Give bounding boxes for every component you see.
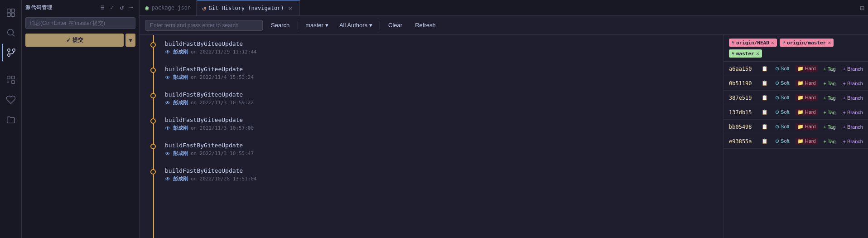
copy-hash-button[interactable]: 📋 <box>760 138 770 145</box>
commit-author: 彭成刚 <box>173 99 188 106</box>
authors-filter-button[interactable]: All Authors ▾ <box>336 20 376 30</box>
add-tag-button[interactable]: + Tag <box>822 66 838 72</box>
copy-hash-button[interactable]: 📋 <box>760 94 770 101</box>
soft-reset-button[interactable]: ⊙ Soft <box>773 94 791 101</box>
branch-tag-origin-master-close[interactable]: ✕ <box>828 39 831 46</box>
branch-filter-button[interactable]: master ▾ <box>302 20 332 30</box>
commit-item[interactable]: buildFastByGiteeUpdate 👁 彭成刚 on 2022/11/… <box>140 113 723 138</box>
commit-author: 彭成刚 <box>173 74 188 81</box>
commit-dot <box>150 93 156 98</box>
commit-message-input[interactable] <box>25 17 135 29</box>
commit-dropdown-button[interactable]: ▾ <box>125 34 135 47</box>
add-branch-button[interactable]: + Branch <box>841 138 865 145</box>
commit-info: buildFastByGiteeUpdate 👁 彭成刚 on 2022/11/… <box>161 66 718 81</box>
eye-icon: 👁 <box>165 176 170 182</box>
commit-hash: e93855a <box>729 138 756 145</box>
commit-input-area <box>22 15 139 32</box>
commit-item[interactable]: buildFastByGiteeUpdate 👁 彭成刚 on 2022/11/… <box>140 87 723 113</box>
sidebar: 源代码管理 ≡ ✓ ↺ ⋯ ✓ 提交 ▾ <box>22 0 140 238</box>
add-branch-button[interactable]: + Branch <box>841 66 865 72</box>
commit-button[interactable]: ✓ 提交 <box>25 34 124 47</box>
soft-reset-button[interactable]: ⊙ Soft <box>773 123 791 130</box>
sidebar-refresh-icon[interactable]: ↺ <box>118 3 125 12</box>
add-tag-button[interactable]: + Tag <box>822 124 838 130</box>
commit-action-row: e93855a 📋 ⊙ Soft 📁 Hard + Tag + Branch ⋯… <box>723 134 868 149</box>
commit-item[interactable]: buildFastByGiteeUpdate 👁 彭成刚 on 2022/11/… <box>140 138 723 164</box>
svg-rect-10 <box>7 76 10 79</box>
sidebar-check-icon[interactable]: ✓ <box>108 3 116 12</box>
commit-dot <box>150 68 156 73</box>
commit-title: buildFastByGiteeUpdate <box>165 91 718 98</box>
add-tag-button[interactable]: + Tag <box>822 80 838 87</box>
commit-info: buildFastByGiteeUpdate 👁 彭成刚 on 2022/10/… <box>161 167 718 182</box>
commit-button-row: ✓ 提交 ▾ <box>22 32 139 50</box>
soft-reset-button[interactable]: ⊙ Soft <box>773 80 791 87</box>
hard-reset-button[interactable]: 📁 Hard <box>795 109 818 116</box>
tab-close-icon[interactable]: ✕ <box>287 5 294 12</box>
branch-filter-label: master <box>305 22 323 29</box>
tab-package-json[interactable]: ◉ package.json <box>140 0 197 15</box>
sidebar-more-icon[interactable]: ⋯ <box>128 3 135 12</box>
svg-line-5 <box>13 34 14 36</box>
add-tag-button[interactable]: + Tag <box>822 95 838 101</box>
hard-reset-button[interactable]: 📁 Hard <box>795 65 818 72</box>
commit-author: 彭成刚 <box>173 125 188 131</box>
sidebar-menu-icon[interactable]: ≡ <box>99 3 106 12</box>
clear-button[interactable]: Clear <box>384 20 407 30</box>
file-explorer-icon[interactable] <box>2 4 20 22</box>
commit-dot-wrapper <box>145 144 161 149</box>
commit-item[interactable]: buildFastByGiteeUpdate 👁 彭成刚 on 2022/11/… <box>140 37 723 62</box>
soft-reset-button[interactable]: ⊙ Soft <box>773 65 791 72</box>
commit-action-row: 137db15 📋 ⊙ Soft 📁 Hard + Tag + Branch ⋯… <box>723 105 868 120</box>
copy-hash-button[interactable]: 📋 <box>760 80 770 87</box>
search-input[interactable] <box>145 20 263 31</box>
commit-dot <box>150 118 156 124</box>
commit-hash: bb05498 <box>729 124 756 130</box>
add-branch-button[interactable]: + Branch <box>841 109 865 116</box>
hard-reset-button[interactable]: 📁 Hard <box>795 80 818 87</box>
add-branch-button[interactable]: + Branch <box>841 124 865 130</box>
commit-title: buildFastByGiteeUpdate <box>165 66 718 73</box>
hard-reset-button[interactable]: 📁 Hard <box>795 123 818 130</box>
svg-rect-11 <box>11 76 14 79</box>
hard-reset-button[interactable]: 📁 Hard <box>795 94 818 101</box>
soft-reset-button[interactable]: ⊙ Soft <box>773 109 791 116</box>
tab-git-history[interactable]: ↺ Git History (navigator) ✕ <box>197 0 300 15</box>
branch-tag-master-label: master <box>736 51 754 57</box>
copy-hash-button[interactable]: 📋 <box>760 123 770 130</box>
add-branch-button[interactable]: + Branch <box>841 95 865 101</box>
soft-reset-button[interactable]: ⊙ Soft <box>773 138 791 145</box>
commit-date: on 2022/10/28 13:51:04 <box>191 176 257 182</box>
svg-point-4 <box>7 29 13 35</box>
commit-item[interactable]: buildFastByGiteeUpdate 👁 彭成刚 on 2022/11/… <box>140 62 723 87</box>
branch-tag-origin-head-label: origin/HEAD <box>736 40 769 46</box>
branch-tag-origin-master-icon: ⑂ <box>782 40 785 45</box>
refresh-button[interactable]: Refresh <box>410 20 440 30</box>
commit-info: buildFastByGiteeUpdate 👁 彭成刚 on 2022/11/… <box>161 142 718 157</box>
search-button[interactable]: Search <box>266 20 294 30</box>
heart-icon[interactable] <box>2 91 20 109</box>
search-activity-icon[interactable] <box>2 24 20 42</box>
commit-check-icon: ✓ <box>66 37 71 44</box>
extensions-icon[interactable] <box>2 71 20 89</box>
copy-hash-button[interactable]: 📋 <box>760 65 770 72</box>
git-source-control-icon[interactable] <box>2 44 20 62</box>
split-editor-icon[interactable]: ⊟ <box>856 4 868 12</box>
branch-tag-origin-head-close[interactable]: ✕ <box>771 39 774 46</box>
commit-meta: 👁 彭成刚 on 2022/11/3 10:57:00 <box>165 125 718 131</box>
copy-hash-button[interactable]: 📋 <box>760 109 770 116</box>
toolbar-separator-1 <box>298 21 298 30</box>
branch-tag-master-close[interactable]: ✕ <box>756 50 759 57</box>
commit-author: 彭成刚 <box>173 175 188 182</box>
git-history-icon: ↺ <box>202 5 206 12</box>
branch-tag-master: ⑂ master ✕ <box>729 49 762 58</box>
commit-meta: 👁 彭成刚 on 2022/11/4 15:53:24 <box>165 74 718 81</box>
folder-icon[interactable] <box>2 111 20 129</box>
commit-hash: 387e519 <box>729 95 756 101</box>
commit-item[interactable]: buildFastByGiteeUpdate 👁 彭成刚 on 2022/10/… <box>140 164 723 189</box>
add-branch-button[interactable]: + Branch <box>841 80 865 87</box>
add-tag-button[interactable]: + Tag <box>822 109 838 116</box>
right-panel: ⑂ origin/HEAD ✕ ⑂ origin/master ✕ ⑂ mast… <box>723 35 868 238</box>
add-tag-button[interactable]: + Tag <box>822 138 838 145</box>
hard-reset-button[interactable]: 📁 Hard <box>795 138 818 145</box>
